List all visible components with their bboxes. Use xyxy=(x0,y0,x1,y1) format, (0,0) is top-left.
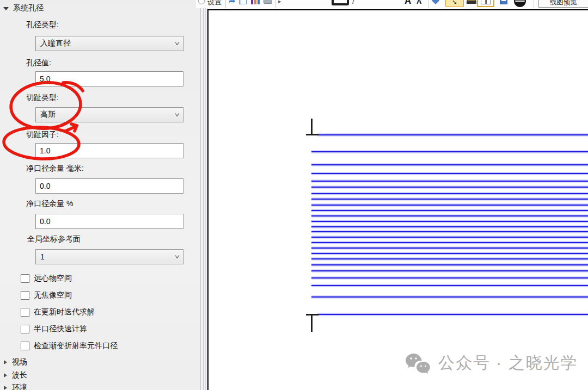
global-ref-surface-value: 1 xyxy=(40,252,45,261)
chevron-down-icon: ˅ xyxy=(174,112,179,118)
settings-label[interactable]: 设置 xyxy=(207,0,222,7)
ray-line xyxy=(311,181,588,182)
tree-label: 环境 xyxy=(12,383,27,390)
line-plot-preview-button[interactable]: 线图预览 xyxy=(538,0,588,8)
aperture-type-value: 入瞳直径 xyxy=(40,39,71,48)
checkbox-label: 半口径快速计算 xyxy=(34,324,87,334)
checkbox-icon[interactable] xyxy=(21,291,29,300)
checkbox-icon[interactable] xyxy=(21,342,29,350)
share-icon[interactable]: ➦ xyxy=(229,0,236,6)
printer-icon[interactable] xyxy=(264,0,272,4)
chevron-down-icon: ˅ xyxy=(174,253,179,260)
display-frame-icon[interactable] xyxy=(332,0,349,5)
apodization-type-select[interactable]: 高斯 ˅ xyxy=(35,107,183,122)
apodization-type-value: 高斯 xyxy=(40,110,56,120)
checkbox-icon[interactable] xyxy=(21,325,29,333)
expander-right-icon xyxy=(4,360,7,364)
toolbar-separator xyxy=(275,0,276,8)
bar-chart-icon[interactable] xyxy=(251,0,260,4)
pan-arrow-toggle-button[interactable]: ➘ xyxy=(445,0,464,7)
checkbox-label: 远心物空间 xyxy=(34,274,72,283)
section-wavelengths[interactable]: 波长 xyxy=(4,370,27,380)
ray-line xyxy=(311,205,588,206)
ray-line xyxy=(311,210,588,211)
clear-margin-mm-input[interactable]: 0.0 xyxy=(35,178,183,194)
apodization-type-label: 切趾类型: xyxy=(26,93,59,103)
opticstudio-window: 系统孔径 孔径类型: 入瞳直径 ˅ 孔径值: 5.0 切趾类型: 高斯 ˅ 切趾… xyxy=(0,0,588,390)
toolbar-separator xyxy=(534,0,534,8)
global-ref-surface-select[interactable]: 1 ˅ xyxy=(35,249,183,264)
document-icon[interactable] xyxy=(500,0,507,4)
aperture-type-label: 孔径类型: xyxy=(26,20,59,30)
aperture-type-select[interactable]: 入瞳直径 ˅ xyxy=(35,36,183,51)
layout-canvas[interactable]: 公众号 · 之晓光学 xyxy=(207,9,588,390)
checkbox-label: 在更新时迭代求解 xyxy=(34,307,95,317)
book-view-toggle-button[interactable] xyxy=(477,0,494,7)
checkbox-afocal-image-space[interactable]: 无焦像空间 xyxy=(21,290,72,300)
system-explorer-panel: 系统孔径 孔径类型: 入瞳直径 ˅ 孔径值: 5.0 切趾类型: 高斯 ˅ 切趾… xyxy=(0,0,200,390)
ray-line xyxy=(317,314,588,315)
ray-line xyxy=(311,258,588,259)
ray-line xyxy=(311,277,588,278)
ray-line xyxy=(311,231,588,232)
clear-margin-pct-input[interactable]: 0.0 xyxy=(35,214,183,229)
ray-line xyxy=(311,296,588,298)
ray-line xyxy=(311,173,588,174)
settings-radio-icon[interactable] xyxy=(198,0,205,4)
chevron-right-icon[interactable]: ▸ xyxy=(278,0,281,5)
apodization-factor-text: 1.0 xyxy=(40,146,50,155)
clear-margin-pct-text: 0.0 xyxy=(40,217,50,226)
wechat-icon xyxy=(405,352,431,374)
ray-line xyxy=(311,247,588,249)
ray-line xyxy=(311,187,588,188)
section-system-aperture[interactable]: 系统孔径 xyxy=(3,3,44,13)
checkbox-icon[interactable] xyxy=(21,274,29,283)
font-decrease-button[interactable]: A xyxy=(416,0,421,5)
slash-icon[interactable]: / xyxy=(352,0,354,6)
tree-label: 视场 xyxy=(12,357,27,367)
ray-line xyxy=(311,226,588,227)
sync-diamond-icon[interactable] xyxy=(432,0,439,4)
tree-label: 波长 xyxy=(12,370,27,380)
checkbox-label: 无焦像空间 xyxy=(34,290,72,300)
chevron-down-icon: ˅ xyxy=(174,40,179,47)
section-title: 系统孔径 xyxy=(13,3,44,13)
checkbox-label: 检查渐变折射率元件口径 xyxy=(34,341,118,351)
ray-line xyxy=(311,237,588,238)
watermark-text: 公众号 · 之晓光学 xyxy=(438,352,578,374)
layers-icon[interactable] xyxy=(467,0,476,4)
surface-tick-top-icon xyxy=(306,134,318,135)
apodization-factor-input[interactable]: 1.0 xyxy=(35,143,183,158)
ray-line xyxy=(311,253,588,254)
apodization-factor-label: 切趾因子: xyxy=(26,130,59,140)
expander-right-icon xyxy=(4,386,7,390)
aperture-value-label: 孔径值: xyxy=(26,58,51,68)
checkbox-telecentric-object-space[interactable]: 远心物空间 xyxy=(21,274,72,283)
checkbox-fast-semi-diameters[interactable]: 半口径快速计算 xyxy=(21,324,87,334)
ray-line xyxy=(311,151,588,152)
aperture-value-input[interactable]: 5.0 xyxy=(35,71,183,86)
checkbox-iterate-solves[interactable]: 在更新时迭代求解 xyxy=(21,307,95,317)
window-icon[interactable] xyxy=(239,0,247,4)
expander-right-icon xyxy=(4,373,7,377)
global-ref-surface-label: 全局坐标参考面 xyxy=(27,234,81,244)
clear-margin-mm-label: 净口径余量 毫米: xyxy=(26,164,84,174)
checkbox-check-grin-apertures[interactable]: 检查渐变折射率元件口径 xyxy=(21,341,118,351)
checkbox-icon[interactable] xyxy=(21,308,29,317)
section-fields[interactable]: 视场 xyxy=(4,357,27,367)
clear-margin-pct-label: 净口径余量 % xyxy=(26,199,73,209)
aperture-value-text: 5.0 xyxy=(40,75,50,83)
panel-splitter[interactable] xyxy=(200,8,207,390)
ray-line xyxy=(311,264,588,265)
expander-down-icon xyxy=(3,7,9,10)
clear-margin-mm-text: 0.0 xyxy=(40,182,50,190)
ray-line xyxy=(311,215,588,216)
ray-line xyxy=(311,164,588,165)
surface-tick-top-icon xyxy=(311,119,313,135)
section-environment[interactable]: 环境 xyxy=(4,383,27,390)
layout-toolbar: 设置 ➦ ▸ / A A ➘ 线图预览 xyxy=(195,0,588,8)
ray-line xyxy=(311,221,588,222)
globe-icon[interactable] xyxy=(514,0,526,7)
ray-line xyxy=(311,242,588,243)
font-increase-button[interactable]: A xyxy=(405,0,411,7)
